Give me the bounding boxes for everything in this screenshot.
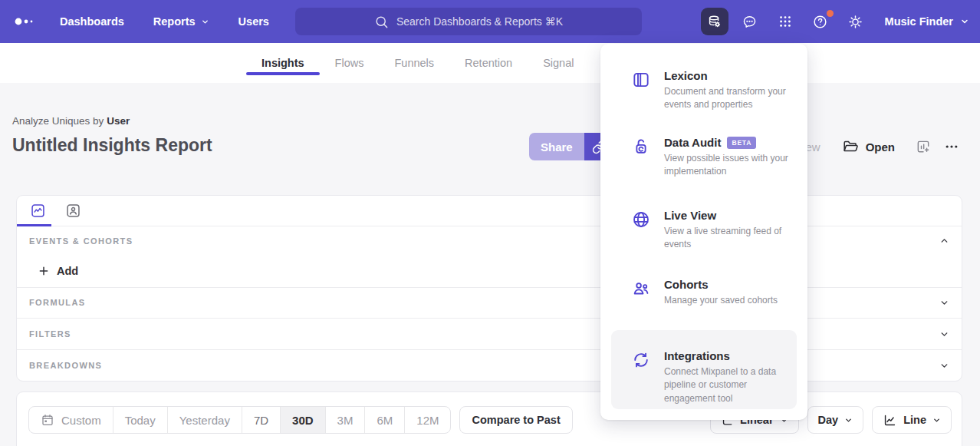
open-report-button[interactable]: Open: [842, 138, 895, 155]
chevron-down-icon: [939, 329, 949, 339]
range-3m[interactable]: 3M: [326, 407, 366, 433]
share-label: Share: [541, 140, 573, 154]
menu-description: Connect Mixpanel to a data pipeline or c…: [664, 365, 786, 405]
folder-icon: [842, 138, 859, 155]
date-range-selector: Custom Today Yesterday 7D 30D 3M 6M 12M: [28, 406, 451, 434]
nav-reports-label: Reports: [153, 15, 196, 28]
data-audit-lock-icon: [631, 136, 651, 179]
menu-item-integrations[interactable]: Integrations Connect Mixpanel to a data …: [611, 330, 797, 409]
data-management-button[interactable]: [701, 8, 728, 35]
beta-badge: BETA: [727, 137, 756, 149]
range-custom-label: Custom: [61, 414, 101, 427]
plus-icon: [38, 265, 50, 277]
integrations-sync-icon: [631, 349, 651, 409]
calendar-icon: [41, 413, 54, 427]
range-12m[interactable]: 12M: [405, 407, 450, 433]
project-switcher[interactable]: Music Finder: [885, 15, 969, 28]
menu-item-live-view[interactable]: Live View View a live streaming feed of …: [631, 209, 798, 252]
lexicon-icon: [631, 69, 651, 112]
more-options-button[interactable]: [942, 139, 961, 154]
apps-grid-button[interactable]: [771, 8, 799, 35]
nav-users-label: Users: [238, 15, 269, 28]
globe-icon: [631, 209, 651, 252]
chevron-down-icon: [844, 416, 853, 425]
tab-funnels[interactable]: Funnels: [394, 43, 434, 83]
primary-nav: Dashboards Reports Users: [60, 0, 269, 43]
search-icon: [374, 15, 389, 29]
open-label: Open: [866, 140, 895, 154]
menu-title: Data Audit: [664, 136, 721, 149]
menu-title: Cohorts: [664, 278, 709, 291]
formulas-section[interactable]: FORMULAS: [17, 287, 962, 319]
menu-description: Document and transform your events and p…: [664, 85, 796, 112]
top-navbar: Dashboards Reports Users Search Dashboar…: [0, 0, 980, 43]
profile-tab-icon: [65, 203, 81, 219]
nav-dashboards[interactable]: Dashboards: [60, 15, 124, 28]
breakdowns-label: BREAKDOWNS: [29, 361, 102, 370]
nav-reports[interactable]: Reports: [153, 15, 209, 28]
menu-title: Live View: [664, 209, 716, 222]
search-placeholder: Search Dashboards & Reports ⌘K: [396, 15, 563, 28]
tab-flows[interactable]: Flows: [335, 43, 364, 83]
search-input[interactable]: Search Dashboards & Reports ⌘K: [295, 8, 642, 35]
mixpanel-logo-icon[interactable]: [14, 16, 38, 27]
menu-item-cohorts[interactable]: Cohorts Manage your saved cohorts: [631, 278, 798, 307]
builder-tab-underline: [17, 224, 51, 226]
range-custom[interactable]: Custom: [29, 407, 113, 433]
add-label: Add: [57, 265, 78, 277]
grid-dots-icon: [778, 14, 793, 29]
feedback-button[interactable]: [736, 8, 764, 35]
filters-section[interactable]: FILTERS: [17, 318, 962, 349]
cohorts-people-icon: [631, 278, 651, 307]
report-actions: New Open: [797, 133, 961, 160]
interval-label: Day: [818, 414, 839, 426]
gear-icon: [847, 14, 863, 30]
chart-controls-panel: Custom Today Yesterday 7D 30D 3M 6M 12M …: [16, 391, 962, 446]
settings-button[interactable]: [842, 8, 870, 35]
tab-insights[interactable]: Insights: [261, 43, 304, 83]
chevron-down-icon: [939, 361, 949, 371]
query-builder-panel: EVENTS & COHORTS Add FORMULAS FILTERS BR…: [16, 195, 962, 382]
chart-type-dropdown[interactable]: Line: [872, 406, 952, 434]
breakdowns-section[interactable]: BREAKDOWNS: [17, 349, 962, 381]
range-yesterday[interactable]: Yesterday: [168, 407, 242, 433]
events-cohorts-label: EVENTS & COHORTS: [29, 236, 133, 246]
help-notification-dot: [827, 10, 834, 17]
help-icon: [812, 14, 828, 30]
menu-title: Lexicon: [664, 69, 708, 82]
events-view-tab[interactable]: [25, 199, 51, 222]
analyze-subtitle: Analyze Uniques byUser: [12, 115, 130, 127]
help-button[interactable]: [807, 8, 834, 35]
range-today[interactable]: Today: [113, 407, 168, 433]
compare-to-past-button[interactable]: Compare to Past: [459, 406, 572, 434]
ellipsis-icon: [942, 139, 961, 154]
nav-dashboards-label: Dashboards: [60, 15, 124, 28]
tab-retention[interactable]: Retention: [465, 43, 512, 83]
analyze-entity[interactable]: User: [107, 115, 130, 127]
menu-title: Integrations: [664, 349, 730, 362]
add-event-button[interactable]: Add: [17, 256, 962, 287]
menu-description: View possible issues with your implement…: [664, 152, 796, 179]
chevron-down-icon: [960, 17, 969, 26]
chevron-down-icon: [932, 416, 941, 425]
chart-tab-icon: [30, 203, 46, 219]
page-title[interactable]: Untitled Insights Report: [12, 135, 212, 156]
events-cohorts-section[interactable]: EVENTS & COHORTS: [17, 226, 962, 256]
profiles-view-tab[interactable]: [61, 199, 86, 222]
chevron-down-icon: [201, 18, 209, 26]
interval-dropdown[interactable]: Day: [807, 406, 864, 434]
menu-item-lexicon[interactable]: Lexicon Document and transform your even…: [631, 69, 798, 112]
share-button[interactable]: Share: [529, 133, 584, 160]
tab-signal[interactable]: Signal: [543, 43, 574, 83]
analyze-prefix: Analyze Uniques by: [12, 115, 104, 127]
nav-users[interactable]: Users: [238, 15, 269, 28]
line-chart-icon: [883, 413, 897, 428]
chevron-down-icon: [939, 298, 949, 308]
menu-item-data-audit[interactable]: Data Audit BETA View possible issues wit…: [631, 136, 798, 179]
range-30d[interactable]: 30D: [281, 407, 326, 433]
database-gear-icon: [706, 14, 722, 30]
range-7d[interactable]: 7D: [242, 407, 281, 433]
range-6m[interactable]: 6M: [365, 407, 405, 433]
add-to-dashboard-button[interactable]: [916, 139, 931, 154]
report-tabbar: Insights Flows Funnels Retention Signal …: [0, 43, 980, 83]
